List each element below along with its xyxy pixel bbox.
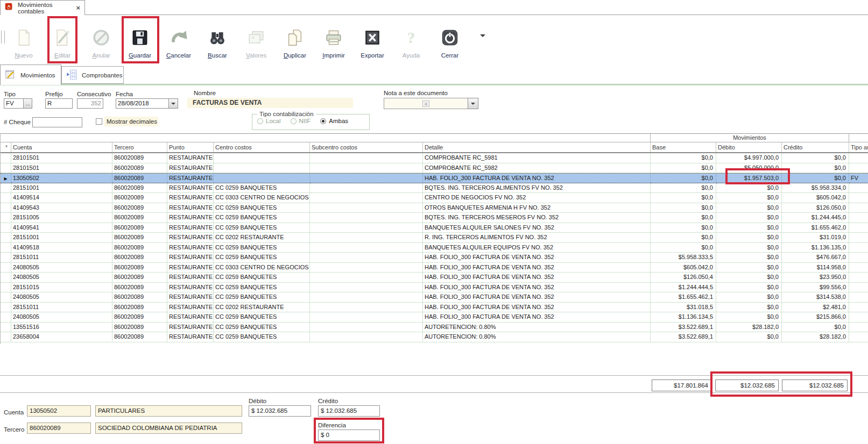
radio-ambas[interactable]: Ambas bbox=[320, 118, 348, 124]
close-icon[interactable]: × bbox=[76, 4, 80, 12]
column-header-tipo-anexo[interactable]: Tipo ane bbox=[849, 142, 868, 152]
group-header-spacer bbox=[849, 134, 868, 142]
column-header-tercero[interactable]: Tercero bbox=[112, 142, 167, 152]
cheque-input[interactable] bbox=[32, 117, 82, 127]
toolbar-button-exportar[interactable]: Exportar bbox=[353, 16, 392, 72]
cell-tercero: 860020089 bbox=[112, 183, 167, 194]
tab-movimientos[interactable]: Movimientos bbox=[0, 65, 61, 85]
cell-tipo-anexo bbox=[849, 163, 868, 174]
cell-tercero: 860020089 bbox=[112, 153, 167, 163]
window-tab-movimientos-contables[interactable]: Movimientos contables × bbox=[0, 0, 85, 15]
printer-icon bbox=[324, 27, 343, 48]
table-row[interactable]: 41409518860020089RESTAURANTECC 0259 BANQ… bbox=[1, 243, 868, 253]
fecha-dropdown-button[interactable] bbox=[168, 98, 178, 109]
table-row[interactable]: 28151001860020089RESTAURANTECC 0259 BANQ… bbox=[1, 183, 868, 194]
table-row[interactable]: 41409541860020089RESTAURANTECC 0259 BANQ… bbox=[1, 223, 868, 233]
table-row[interactable]: 24080505860020089RESTAURANTECC 0259 BANQ… bbox=[1, 273, 868, 283]
cell-subcentro-costos bbox=[310, 174, 423, 183]
cell-subcentro-costos bbox=[310, 153, 423, 163]
toolbar-button-nuevo[interactable]: Nuevo bbox=[4, 16, 43, 72]
cell-punto: RESTAURANTE bbox=[167, 193, 214, 203]
chevron-down-icon[interactable] bbox=[479, 33, 486, 40]
tipo-browse-button[interactable]: ... bbox=[23, 98, 32, 109]
cell-debito: $0,0 bbox=[716, 283, 782, 293]
text-a-icon: a bbox=[422, 101, 429, 107]
column-header-credito[interactable]: Crédito bbox=[782, 142, 849, 152]
excel-export-icon bbox=[363, 27, 382, 48]
toolbar-button-cerrar[interactable]: Cerrar bbox=[431, 16, 469, 72]
table-row[interactable]: 28101501860020089RESTAURANTESCOMPROBANTE… bbox=[1, 153, 868, 163]
tab-comprobantes-label: Comprobantes bbox=[82, 72, 122, 78]
table-row[interactable]: 28151011860020089RESTAURANTECC 0202 REST… bbox=[1, 303, 868, 313]
table-row[interactable]: 28151015860020089RESTAURANTECC 0259 BANQ… bbox=[1, 283, 868, 293]
nota-dropdown-button[interactable] bbox=[468, 98, 478, 109]
table-row[interactable]: 41409514860020089RESTAURANTECC 0303 CENT… bbox=[1, 193, 868, 203]
table-row[interactable]: 13551516860020089RESTAURANTESCC 0259 BAN… bbox=[1, 323, 868, 333]
toolbar-button-imprimir[interactable]: Imprimir bbox=[314, 16, 353, 72]
column-header-cuenta[interactable]: Cuenta bbox=[11, 142, 112, 152]
toolbar-button-duplicar[interactable]: Duplicar bbox=[276, 16, 314, 72]
column-header-row-selector[interactable]: * bbox=[1, 142, 11, 152]
fecha-input[interactable]: 28/08/2018 bbox=[116, 98, 169, 109]
radio-local: Local bbox=[257, 118, 281, 124]
cell-row-selector bbox=[1, 243, 11, 253]
cell-centro-costos: CC 0202 RESTAURANTE bbox=[214, 233, 310, 243]
footer-debito-input[interactable]: $ 12.032.685 bbox=[249, 405, 311, 417]
footer-credito-input[interactable]: $ 12.032.685 bbox=[318, 405, 380, 417]
cell-row-selector bbox=[1, 223, 11, 233]
table-row[interactable]: 41409543860020089RESTAURANTECC 0259 BANQ… bbox=[1, 203, 868, 213]
toolbar-button-valores[interactable]: Valores bbox=[237, 16, 276, 72]
column-header-punto[interactable]: Punto bbox=[167, 142, 214, 152]
toolbar-button-cancelar[interactable]: Cancelar bbox=[159, 16, 198, 72]
cell-debito: $0,0 bbox=[716, 203, 782, 213]
table-row[interactable]: 24080505860020089RESTAURANTECC 0259 BANQ… bbox=[1, 292, 868, 303]
cell-credito: $28.182,0 bbox=[782, 332, 849, 342]
table-row[interactable]: 28151011860020089RESTAURANTECC 0259 BANQ… bbox=[1, 253, 868, 263]
column-header-subcentro-costos[interactable]: Subcentro costos bbox=[310, 142, 423, 152]
cell-tercero: 860020089 bbox=[112, 332, 167, 342]
toolbar-button-label: Buscar bbox=[208, 52, 227, 59]
cell-tipo-anexo bbox=[849, 213, 868, 223]
toolbar-button-anular[interactable]: Anular bbox=[82, 16, 121, 72]
cell-cuenta: 13050502 bbox=[11, 174, 112, 183]
toolbar-button-ayuda[interactable]: ?Ayuda bbox=[392, 16, 431, 72]
table-row[interactable]: 28151001860020089RESTAURANTECC 0202 REST… bbox=[1, 233, 868, 243]
nota-combo-input[interactable]: a bbox=[384, 98, 468, 109]
column-header-base[interactable]: Base bbox=[651, 142, 716, 152]
tab-comprobantes[interactable]: Comprobantes bbox=[61, 66, 124, 84]
cell-debito: $0,0 bbox=[716, 312, 782, 323]
cell-credito: $23.950,0 bbox=[782, 273, 849, 283]
cell-cuenta: 28151011 bbox=[11, 253, 112, 263]
column-header-debito[interactable]: Débito bbox=[716, 142, 782, 152]
cell-debito: $0,0 bbox=[716, 233, 782, 243]
tipo-input[interactable]: FV bbox=[4, 98, 24, 109]
cell-detalle: HAB. FOLIO_300 FACTURA DE VENTA NO. 352 bbox=[423, 263, 651, 273]
cell-centro-costos: CC 0259 BANQUETES bbox=[214, 243, 310, 253]
column-header-centro-costos[interactable]: Centro costos bbox=[214, 142, 310, 152]
table-row[interactable]: 24080505860020089RESTAURANTECC 0303 CENT… bbox=[1, 263, 868, 273]
column-header-detalle[interactable]: Detalle bbox=[423, 142, 651, 152]
cell-subcentro-costos bbox=[310, 203, 423, 213]
cell-credito: $5.958.334,0 bbox=[782, 183, 849, 194]
table-row[interactable]: 28151005860020089RESTAURANTECC 0259 BANQ… bbox=[1, 213, 868, 223]
table-row[interactable]: 24080505860020089RESTAURANTECC 0259 BANQ… bbox=[1, 312, 868, 323]
footer-cuenta-name-input[interactable]: PARTICULARES bbox=[95, 405, 242, 417]
footer-tercero-code-input[interactable]: 860020089 bbox=[27, 422, 91, 434]
footer-tercero-name-input[interactable]: SOCIEDAD COLOMBIANA DE PEDIATRIA bbox=[95, 422, 242, 434]
radio-label: Local bbox=[266, 118, 281, 124]
mostrar-decimales-checkbox[interactable] bbox=[96, 118, 102, 125]
footer-cuenta-code-input[interactable]: 13050502 bbox=[27, 405, 91, 417]
cell-detalle: R. ING. TERCEROS ALIMENTOS FV NO. 352 bbox=[423, 233, 651, 243]
cell-credito: $99.556,0 bbox=[782, 283, 849, 293]
toolbar-button-buscar[interactable]: Buscar bbox=[198, 16, 237, 72]
table-row[interactable]: 23658004860020089RESTAURANTESCC 0259 BAN… bbox=[1, 332, 868, 342]
tipo-contabilizacion-label: Tipo contabilización bbox=[257, 111, 316, 117]
cell-debito: $0,0 bbox=[716, 223, 782, 233]
cell-row-selector bbox=[1, 163, 11, 174]
cell-centro-costos: CC 0259 BANQUETES bbox=[214, 292, 310, 303]
prefijo-input[interactable]: R bbox=[45, 98, 73, 109]
cell-cuenta: 41409514 bbox=[11, 193, 112, 203]
cell-punto: RESTAURANTE bbox=[167, 312, 214, 323]
cell-credito: $114.958,0 bbox=[782, 263, 849, 273]
radio-label: NIIF bbox=[299, 118, 311, 124]
